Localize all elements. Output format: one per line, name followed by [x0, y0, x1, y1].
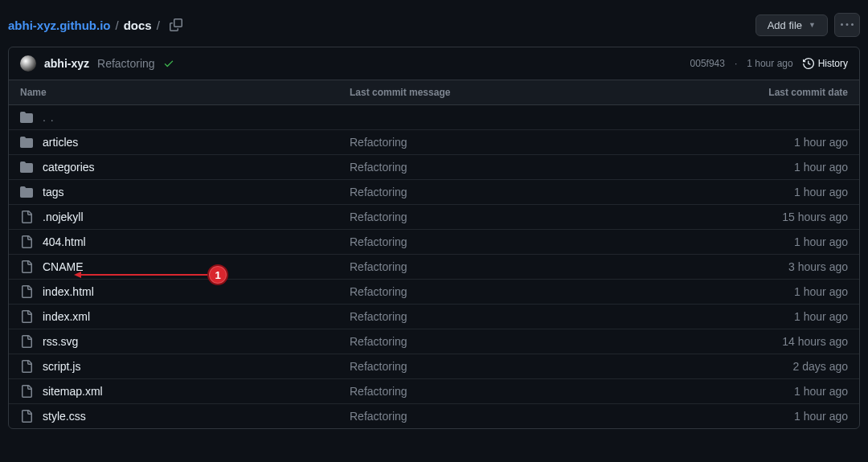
more-options-button[interactable] — [834, 13, 860, 37]
table-row: index.xmlRefactoring1 hour ago — [9, 305, 859, 329]
row-commit-date: 14 hours ago — [687, 335, 848, 348]
author-avatar[interactable] — [20, 55, 36, 72]
folder-icon — [20, 111, 33, 124]
commit-message-link[interactable]: Refactoring — [350, 285, 407, 298]
commit-message-link[interactable]: Refactoring — [350, 360, 407, 373]
row-name-cell: categories — [20, 161, 350, 174]
commit-message-link[interactable]: Refactoring — [350, 385, 407, 398]
row-commit-date: 1 hour ago — [687, 410, 848, 423]
directory-link[interactable]: categories — [43, 161, 95, 174]
commit-message-link[interactable]: Refactoring — [350, 410, 407, 423]
breadcrumb-row: abhi-xyz.github.io / docs / Add file ▼ — [8, 10, 860, 47]
folder-icon — [20, 136, 33, 149]
directory-link[interactable]: articles — [43, 136, 78, 149]
commit-message-link[interactable]: Refactoring — [350, 186, 407, 198]
row-commit-message: Refactoring — [350, 385, 687, 398]
caret-down-icon: ▼ — [809, 21, 816, 29]
commit-sha[interactable]: 005f943 — [690, 58, 725, 69]
row-commit-message: Refactoring — [350, 360, 687, 373]
row-commit-date: 1 hour ago — [687, 310, 848, 323]
commit-message-link[interactable]: Refactoring — [350, 161, 407, 174]
row-name-cell: index.html — [20, 285, 350, 298]
table-row: rss.svgRefactoring14 hours ago — [9, 329, 859, 354]
file-icon — [20, 260, 33, 273]
file-link[interactable]: style.css — [43, 410, 86, 423]
column-header-date: Last commit date — [687, 87, 848, 98]
file-icon — [20, 310, 33, 323]
breadcrumb-trailing-sep: / — [157, 18, 160, 32]
parent-directory-row[interactable]: . . — [9, 105, 859, 130]
commit-message-link[interactable]: Refactoring — [350, 136, 407, 149]
row-commit-message: Refactoring — [350, 235, 687, 248]
row-commit-message: Refactoring — [350, 161, 687, 174]
row-name-cell: script.js — [20, 360, 350, 373]
commit-meta: 005f943 · 1 hour ago History — [690, 58, 848, 69]
history-icon — [803, 58, 814, 69]
file-icon — [20, 385, 33, 398]
file-listing: abhi-xyz Refactoring 005f943 · 1 hour ag… — [8, 47, 860, 429]
commit-message-link[interactable]: Refactoring — [350, 310, 407, 323]
commit-message[interactable]: Refactoring — [97, 57, 155, 70]
history-label: History — [818, 58, 848, 69]
row-commit-date: 1 hour ago — [687, 385, 848, 398]
breadcrumb-repo-link[interactable]: abhi-xyz.github.io — [8, 18, 111, 32]
breadcrumb-actions: Add file ▼ — [755, 13, 860, 37]
table-row: .nojekyllRefactoring15 hours ago — [9, 205, 859, 230]
file-icon — [20, 285, 33, 298]
file-icon — [20, 211, 33, 223]
row-commit-message: Refactoring — [350, 335, 687, 348]
row-name-cell: .nojekyll — [20, 211, 350, 223]
file-link[interactable]: 404.html — [43, 235, 86, 248]
commit-message-link[interactable]: Refactoring — [350, 211, 407, 223]
table-row: style.cssRefactoring1 hour ago — [9, 404, 859, 428]
row-commit-message: Refactoring — [350, 410, 687, 423]
table-row: script.jsRefactoring2 days ago — [9, 354, 859, 379]
table-header: Name Last commit message Last commit dat… — [9, 80, 859, 105]
table-row: tagsRefactoring1 hour ago — [9, 180, 859, 205]
latest-commit-bar: abhi-xyz Refactoring 005f943 · 1 hour ag… — [9, 47, 859, 80]
table-row: sitemap.xmlRefactoring1 hour ago — [9, 379, 859, 404]
directory-link[interactable]: tags — [43, 186, 63, 198]
table-row: index.htmlRefactoring1 hour ago — [9, 280, 859, 305]
status-check-icon[interactable] — [163, 58, 174, 69]
breadcrumb: abhi-xyz.github.io / docs / — [8, 18, 182, 32]
commit-message-link[interactable]: Refactoring — [350, 260, 407, 273]
commit-summary[interactable]: abhi-xyz Refactoring — [20, 55, 174, 72]
table-row: CNAMERefactoring3 hours ago — [9, 255, 859, 280]
file-link[interactable]: index.xml — [43, 310, 90, 323]
breadcrumb-separator: / — [116, 18, 119, 32]
file-icon — [20, 235, 33, 248]
breadcrumb-current: docs — [124, 18, 152, 32]
file-link[interactable]: index.html — [43, 285, 94, 298]
row-commit-date: 15 hours ago — [687, 211, 848, 223]
row-name-cell: tags — [20, 186, 350, 198]
file-link[interactable]: CNAME — [43, 260, 84, 273]
commit-message-link[interactable]: Refactoring — [350, 235, 407, 248]
commit-author[interactable]: abhi-xyz — [44, 57, 89, 70]
table-row: articlesRefactoring1 hour ago — [9, 130, 859, 155]
folder-icon — [20, 186, 33, 198]
row-commit-date: 3 hours ago — [687, 260, 848, 273]
file-link[interactable]: sitemap.xml — [43, 385, 103, 398]
row-name-cell: CNAME — [20, 260, 350, 273]
row-name-cell: style.css — [20, 410, 350, 423]
history-link[interactable]: History — [803, 58, 848, 69]
row-commit-date: 1 hour ago — [687, 186, 848, 198]
add-file-label: Add file — [768, 19, 802, 31]
file-icon — [20, 360, 33, 373]
kebab-horizontal-icon — [841, 18, 854, 31]
file-link[interactable]: rss.svg — [43, 335, 78, 348]
file-link[interactable]: script.js — [43, 360, 80, 373]
row-commit-message: Refactoring — [350, 211, 687, 223]
row-commit-date: 1 hour ago — [687, 161, 848, 174]
row-name-cell: index.xml — [20, 310, 350, 323]
commit-dot-sep: · — [735, 58, 737, 69]
copy-path-icon[interactable] — [170, 18, 182, 31]
row-commit-date: 1 hour ago — [687, 136, 848, 149]
add-file-button[interactable]: Add file ▼ — [755, 14, 828, 36]
commit-message-link[interactable]: Refactoring — [350, 335, 407, 348]
row-name-cell: sitemap.xml — [20, 385, 350, 398]
file-icon — [20, 335, 33, 348]
file-link[interactable]: .nojekyll — [43, 211, 84, 223]
parent-directory-link[interactable]: . . — [43, 111, 55, 124]
